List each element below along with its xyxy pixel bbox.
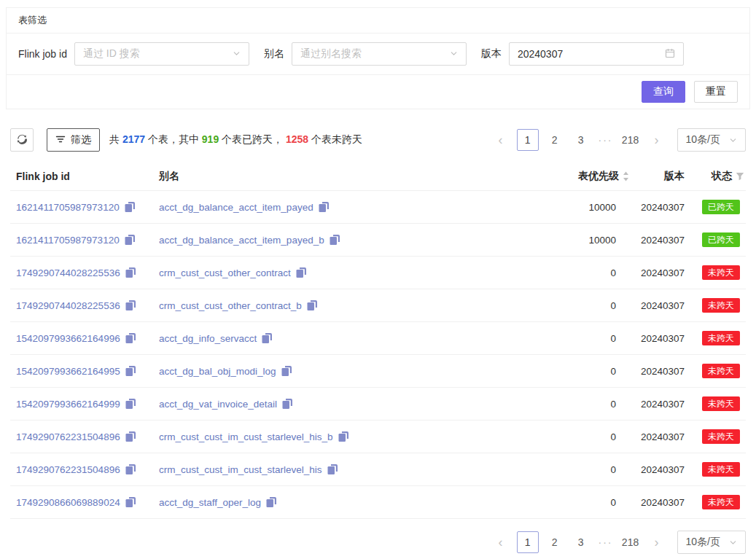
query-button[interactable]: 查询	[642, 81, 685, 103]
copy-icon[interactable]	[281, 366, 292, 376]
version-cell: 20240307	[635, 497, 695, 508]
priority-cell: 0	[518, 431, 635, 442]
alias-link[interactable]: acct_dg_vat_invoice_detail	[159, 399, 277, 410]
prev-page-button[interactable]: ‹	[491, 531, 511, 553]
page-size-select[interactable]: 10条/页	[677, 128, 746, 152]
copy-icon[interactable]	[125, 235, 135, 245]
copy-icon[interactable]	[125, 202, 135, 212]
alias-link[interactable]: crm_cust_cust_other_contract	[159, 267, 291, 278]
flink-job-id-link[interactable]: 1749290762231504896	[16, 431, 120, 442]
version-label: 版本	[481, 47, 502, 60]
page: 表筛选 Flink job id 通过 ID 搜索 别名 通过别名搜索	[0, 7, 756, 554]
summary-mid2: 个表已跨天，	[219, 133, 286, 145]
sort-icon[interactable]	[623, 171, 629, 181]
flink-job-id-cell: 1542097993662164996	[10, 333, 153, 344]
copy-icon[interactable]	[125, 464, 136, 474]
flink-job-id-link[interactable]: 1542097993662164999	[16, 399, 120, 410]
version-cell: 20240307	[635, 235, 695, 246]
version-cell: 20240307	[635, 267, 695, 278]
copy-icon[interactable]	[125, 431, 136, 442]
alias-link[interactable]: crm_cust_cust_other_contract_b	[159, 300, 302, 311]
filter-toggle-button[interactable]: 筛选	[47, 128, 100, 152]
table-row: 1542097993662164996acct_dg_info_servacct…	[10, 322, 746, 355]
copy-icon[interactable]	[327, 464, 338, 474]
page-button-1[interactable]: 1	[517, 531, 539, 553]
alias-cell: acct_dg_bal_obj_modi_log	[153, 366, 518, 377]
alias-link[interactable]: crm_cust_cust_im_cust_starlevel_his	[159, 464, 322, 475]
alias-cell: acct_dg_staff_oper_log	[153, 497, 518, 508]
priority-cell: 0	[518, 300, 635, 311]
flink-job-id-link[interactable]: 1621411705987973120	[16, 202, 120, 213]
flink-job-id-select[interactable]: 通过 ID 搜索	[74, 42, 249, 66]
pagination-ellipsis: ···	[597, 536, 615, 548]
copy-icon[interactable]	[262, 333, 272, 343]
copy-icon[interactable]	[282, 399, 292, 409]
copy-icon[interactable]	[125, 333, 136, 343]
field-flink-job-id: Flink job id 通过 ID 搜索	[18, 42, 249, 66]
status-cell: 未跨天	[695, 298, 746, 313]
version-date-value: 20240307	[518, 48, 563, 60]
next-page-button[interactable]: ›	[647, 531, 667, 553]
prev-page-button[interactable]: ‹	[491, 129, 511, 151]
alias-link[interactable]: acct_dg_info_servacct	[159, 333, 257, 344]
flink-job-id-link[interactable]: 1542097993662164995	[16, 366, 120, 377]
page-button-218[interactable]: 218	[620, 129, 641, 151]
table-row: 1749290866069889024acct_dg_staff_oper_lo…	[10, 486, 746, 519]
page-button-3[interactable]: 3	[571, 129, 591, 151]
status-cell: 未跨天	[695, 265, 746, 280]
column-filter-icon[interactable]	[736, 172, 744, 181]
flink-job-id-link[interactable]: 1621411705987973120	[16, 235, 120, 246]
table-row: 1542097993662164995acct_dg_bal_obj_modi_…	[10, 355, 746, 388]
copy-icon[interactable]	[307, 300, 317, 310]
page-button-2[interactable]: 2	[545, 129, 565, 151]
copy-icon[interactable]	[338, 431, 348, 442]
copy-icon[interactable]	[319, 202, 329, 212]
status-cell: 未跨天	[695, 462, 746, 477]
alias-link[interactable]: acct_dg_staff_oper_log	[159, 497, 261, 508]
table-row: 1749290744028225536crm_cust_cust_other_c…	[10, 257, 746, 289]
copy-icon[interactable]	[125, 366, 136, 376]
flink-job-id-link[interactable]: 1749290744028225536	[16, 267, 120, 278]
column-header-flink-job-id: Flink job id	[10, 171, 153, 182]
field-alias: 别名 通过别名搜索	[264, 42, 467, 66]
table-body: 1621411705987973120acct_dg_balance_acct_…	[10, 191, 746, 519]
copy-icon[interactable]	[125, 300, 136, 310]
copy-icon[interactable]	[296, 267, 306, 278]
status-badge: 未跨天	[702, 298, 740, 313]
status-cell: 未跨天	[695, 396, 746, 411]
priority-cell: 10000	[518, 202, 635, 213]
copy-icon[interactable]	[125, 399, 136, 409]
alias-cell: crm_cust_cust_im_cust_starlevel_his	[153, 464, 518, 475]
copy-icon[interactable]	[330, 235, 340, 245]
page-button-3[interactable]: 3	[571, 531, 591, 553]
alias-link[interactable]: acct_dg_balance_acct_item_payed	[159, 202, 313, 213]
pagination-top: ‹123···218›10条/页	[491, 128, 746, 152]
flink-job-id-link[interactable]: 1542097993662164996	[16, 333, 120, 344]
toolbar: 筛选 共 2177 个表，其中 919 个表已跨天， 1258 个表未跨天 ‹1…	[10, 128, 746, 152]
alias-link[interactable]: acct_dg_balance_acct_item_payed_b	[159, 235, 324, 246]
status-badge: 未跨天	[702, 429, 740, 444]
alias-label: 别名	[264, 47, 284, 60]
copy-icon[interactable]	[266, 497, 276, 507]
alias-link[interactable]: acct_dg_bal_obj_modi_log	[159, 366, 276, 377]
field-version: 版本 20240307	[481, 42, 684, 66]
refresh-button[interactable]	[10, 128, 34, 152]
summary-prefix: 共	[109, 133, 122, 145]
summary-suffix: 个表未跨天	[308, 133, 362, 145]
copy-icon[interactable]	[125, 497, 136, 507]
version-date-picker[interactable]: 20240307	[509, 42, 684, 66]
page-button-218[interactable]: 218	[620, 531, 641, 553]
page-button-1[interactable]: 1	[517, 129, 539, 151]
alias-select[interactable]: 通过别名搜索	[292, 42, 467, 66]
reset-button[interactable]: 重置	[694, 81, 738, 103]
flink-job-id-link[interactable]: 1749290744028225536	[16, 300, 120, 311]
page-button-2[interactable]: 2	[545, 531, 565, 553]
next-page-button[interactable]: ›	[647, 129, 667, 151]
flink-job-id-link[interactable]: 1749290866069889024	[16, 497, 120, 508]
flink-job-id-cell: 1542097993662164995	[10, 366, 153, 377]
table-row: 1542097993662164999acct_dg_vat_invoice_d…	[10, 388, 746, 421]
copy-icon[interactable]	[125, 267, 136, 278]
flink-job-id-link[interactable]: 1749290762231504896	[16, 464, 120, 475]
alias-link[interactable]: crm_cust_cust_im_cust_starlevel_his_b	[159, 431, 333, 442]
page-size-select[interactable]: 10条/页	[677, 531, 746, 554]
